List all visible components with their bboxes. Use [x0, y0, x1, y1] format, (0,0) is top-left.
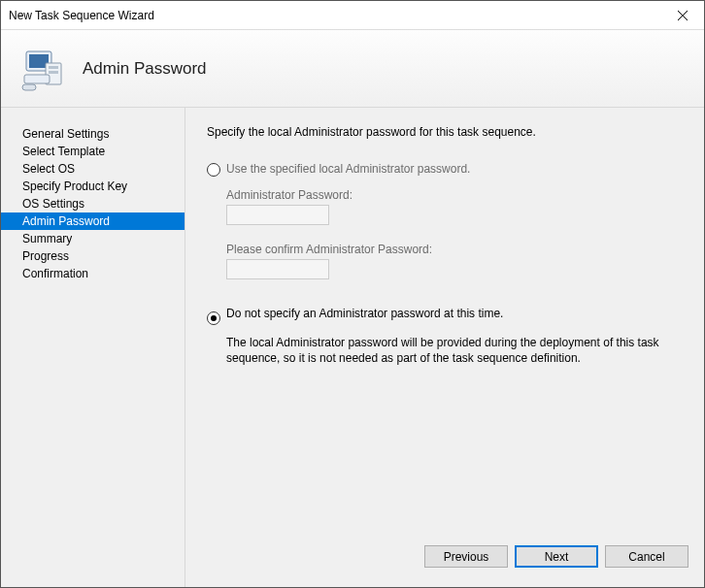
computer-icon: [20, 46, 67, 92]
button-row: Previous Next Cancel: [207, 539, 690, 575]
window-title: New Task Sequence Wizard: [9, 9, 660, 22]
option-do-not-specify-label: Do not specify an Administrator password…: [226, 307, 690, 320]
previous-button[interactable]: Previous: [424, 545, 508, 568]
sidebar-item-admin-password[interactable]: Admin Password: [1, 212, 185, 230]
sidebar-item-os-settings[interactable]: OS Settings: [1, 195, 185, 212]
sidebar-item-select-os[interactable]: Select OS: [1, 160, 185, 178]
radio-do-not-specify[interactable]: [207, 311, 220, 325]
sidebar-item-select-template[interactable]: Select Template: [1, 143, 185, 160]
confirm-password-label: Please confirm Administrator Password:: [226, 243, 690, 256]
svg-rect-5: [49, 66, 58, 69]
option-do-not-specify[interactable]: Do not specify an Administrator password…: [207, 307, 690, 325]
svg-rect-7: [24, 75, 50, 83]
password-input[interactable]: [226, 205, 329, 225]
sidebar-item-progress[interactable]: Progress: [1, 247, 185, 265]
wizard-sidebar: General Settings Select Template Select …: [1, 108, 185, 587]
svg-rect-6: [49, 71, 58, 74]
page-title: Admin Password: [83, 59, 207, 79]
cancel-button[interactable]: Cancel: [605, 545, 688, 568]
option-use-specified[interactable]: Use the specified local Administrator pa…: [207, 162, 690, 180]
svg-rect-8: [22, 84, 36, 90]
next-button[interactable]: Next: [515, 545, 598, 568]
close-icon: [678, 11, 688, 20]
confirm-password-input[interactable]: [226, 259, 329, 279]
sidebar-item-summary[interactable]: Summary: [1, 230, 185, 247]
radio-use-specified[interactable]: [207, 163, 220, 177]
password-label: Administrator Password:: [226, 188, 690, 202]
content-pane: Specify the local Administrator password…: [185, 108, 704, 587]
sidebar-item-confirmation[interactable]: Confirmation: [1, 265, 185, 282]
sidebar-item-general-settings[interactable]: General Settings: [1, 125, 185, 143]
option-use-specified-label: Use the specified local Administrator pa…: [226, 162, 690, 176]
close-button[interactable]: [660, 1, 704, 29]
instruction-text: Specify the local Administrator password…: [207, 125, 690, 139]
wizard-window: New Task Sequence Wizard Admin Password …: [0, 0, 705, 588]
titlebar: New Task Sequence Wizard: [1, 1, 704, 30]
sidebar-item-specify-product-key[interactable]: Specify Product Key: [1, 178, 185, 195]
wizard-header: Admin Password: [1, 30, 704, 108]
body-area: General Settings Select Template Select …: [1, 108, 704, 587]
option-description: The local Administrator password will be…: [226, 335, 690, 366]
